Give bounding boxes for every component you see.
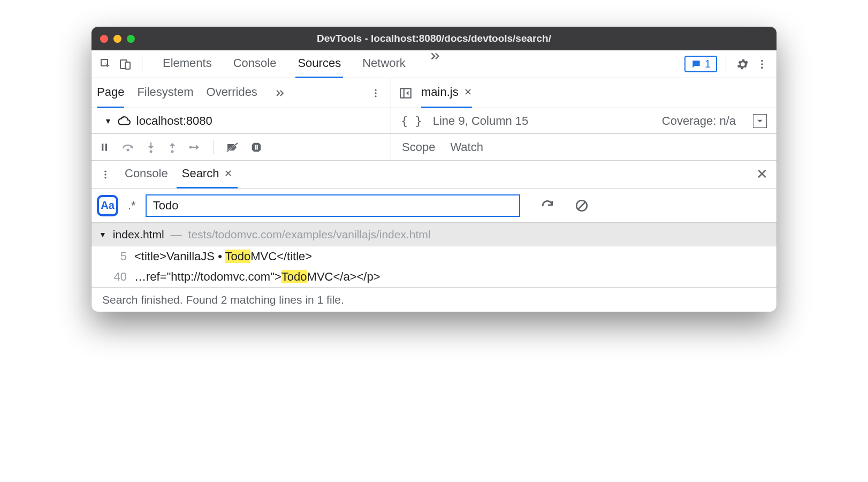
collapse-triangle-icon[interactable]: ▼ <box>99 230 106 239</box>
editor-dropdown-icon[interactable] <box>753 114 767 128</box>
result-file-header[interactable]: ▼ index.html — tests/todomvc.com/example… <box>92 223 776 246</box>
match-highlight: Todo <box>225 250 251 263</box>
window-titlebar: DevTools - localhost:8080/docs/devtools/… <box>92 27 776 50</box>
zoom-window-button[interactable] <box>127 35 135 43</box>
navigator-tab-page[interactable]: Page <box>97 78 124 108</box>
debugger-divider <box>214 140 214 154</box>
search-toolbar: Aa .* <box>92 189 776 223</box>
close-drawer-icon[interactable]: ✕ <box>756 166 768 183</box>
svg-point-7 <box>375 95 376 97</box>
deactivate-breakpoints-icon[interactable] <box>226 142 239 153</box>
search-input[interactable] <box>146 194 520 217</box>
sources-subheader: Page Filesystem Overrides main.js ✕ <box>92 78 776 108</box>
svg-point-3 <box>761 63 763 65</box>
more-tabs-icon[interactable] <box>425 50 445 78</box>
debugger-toolbar-row: Scope Watch <box>92 134 776 161</box>
svg-point-21 <box>104 177 106 178</box>
feedback-count: 1 <box>705 58 711 70</box>
step-out-icon[interactable] <box>167 141 177 153</box>
toggle-navigator-icon[interactable] <box>399 86 413 100</box>
navigator-tab-filesystem[interactable]: Filesystem <box>137 78 193 108</box>
editor-file-tab[interactable]: main.js ✕ <box>421 78 472 108</box>
svg-point-14 <box>189 146 192 148</box>
line-code: <title>VanillaJS • TodoMVC</title> <box>134 250 312 263</box>
search-results: ▼ index.html — tests/todomvc.com/example… <box>92 223 776 287</box>
result-file-dash: — <box>171 228 182 241</box>
tab-network[interactable]: Network <box>360 50 408 78</box>
toolbar-divider <box>726 57 726 71</box>
svg-point-11 <box>127 148 130 151</box>
line-code: …ref="http://todomvc.com">TodoMVC</a></p… <box>134 270 380 284</box>
file-tree-host[interactable]: ▼ localhost:8080 <box>92 108 391 133</box>
svg-point-6 <box>375 92 376 94</box>
cursor-position: Line 9, Column 15 <box>433 114 529 128</box>
tab-sources[interactable]: Sources <box>295 50 343 78</box>
drawer-kebab-icon[interactable] <box>95 169 116 180</box>
scope-tab[interactable]: Scope <box>402 140 435 154</box>
inspect-element-icon[interactable] <box>98 56 114 72</box>
feedback-button[interactable]: 1 <box>684 56 717 72</box>
svg-point-19 <box>104 170 106 172</box>
svg-rect-10 <box>105 144 107 150</box>
settings-icon[interactable] <box>735 56 751 72</box>
clear-search-icon[interactable] <box>575 199 589 213</box>
tree-host-label: localhost:8080 <box>136 114 212 128</box>
file-tab-label: main.js <box>421 85 459 99</box>
window-title: DevTools - localhost:8080/docs/devtools/… <box>92 33 776 44</box>
kebab-menu-icon[interactable] <box>754 56 770 72</box>
navigator-kebab-icon[interactable] <box>366 88 385 99</box>
toolbar-divider <box>142 57 142 71</box>
watch-tab[interactable]: Watch <box>450 140 483 154</box>
debugger-controls <box>92 134 391 160</box>
coverage-status: Coverage: n/a <box>662 114 736 128</box>
refresh-search-icon[interactable] <box>540 199 554 213</box>
search-status: Search finished. Found 2 matching lines … <box>92 287 776 312</box>
chat-icon <box>691 59 702 70</box>
device-toggle-icon[interactable] <box>117 56 133 72</box>
tab-console[interactable]: Console <box>231 50 279 78</box>
editor-tabstrip: main.js ✕ <box>391 78 776 108</box>
line-number: 5 <box>103 250 127 263</box>
result-file-name: index.html <box>113 228 164 241</box>
result-file-path: tests/todomvc.com/examples/vanillajs/ind… <box>188 228 431 241</box>
pause-icon[interactable] <box>99 142 110 153</box>
svg-rect-1 <box>125 62 130 69</box>
expand-triangle-icon[interactable]: ▼ <box>104 117 112 125</box>
navigator-tabs: Page Filesystem Overrides <box>92 78 391 108</box>
navigator-tab-overrides[interactable]: Overrides <box>207 78 257 108</box>
drawer-tab-search-label: Search <box>182 167 219 180</box>
drawer-tabstrip: Console Search ✕ ✕ <box>92 161 776 189</box>
cloud-icon <box>117 114 131 128</box>
result-line[interactable]: 5 <title>VanillaJS • TodoMVC</title> <box>92 246 776 267</box>
traffic-lights <box>100 35 135 43</box>
svg-rect-9 <box>102 144 103 150</box>
regex-button[interactable]: .* <box>126 199 138 213</box>
drawer-tab-console[interactable]: Console <box>119 161 173 189</box>
match-case-button[interactable]: Aa <box>97 195 118 216</box>
devtools-window: DevTools - localhost:8080/docs/devtools/… <box>92 27 776 312</box>
main-toolbar: Elements Console Sources Network 1 <box>92 50 776 78</box>
result-line[interactable]: 40 …ref="http://todomvc.com">TodoMVC</a>… <box>92 267 776 287</box>
drawer-tab-search[interactable]: Search ✕ <box>177 161 238 189</box>
minimize-window-button[interactable] <box>113 35 121 43</box>
editor-statusbar: { } Line 9, Column 15 Coverage: n/a <box>391 108 776 133</box>
step-into-icon[interactable] <box>146 141 156 153</box>
close-drawer-tab-icon[interactable]: ✕ <box>224 168 232 179</box>
svg-point-12 <box>150 150 153 153</box>
svg-point-20 <box>104 174 106 175</box>
svg-point-2 <box>761 59 763 62</box>
pause-on-exceptions-icon[interactable] <box>250 141 262 153</box>
tab-elements[interactable]: Elements <box>161 50 214 78</box>
svg-rect-17 <box>255 145 256 149</box>
close-file-tab-icon[interactable]: ✕ <box>464 86 472 98</box>
step-over-icon[interactable] <box>121 142 134 153</box>
navigator-more-icon[interactable] <box>270 88 290 99</box>
line-number: 40 <box>103 270 127 284</box>
pretty-print-icon[interactable]: { } <box>401 114 422 127</box>
step-icon[interactable] <box>189 142 202 152</box>
close-window-button[interactable] <box>100 35 108 43</box>
svg-rect-8 <box>400 88 411 97</box>
svg-line-23 <box>578 202 585 209</box>
match-highlight: Todo <box>281 270 307 283</box>
svg-point-5 <box>375 89 376 91</box>
